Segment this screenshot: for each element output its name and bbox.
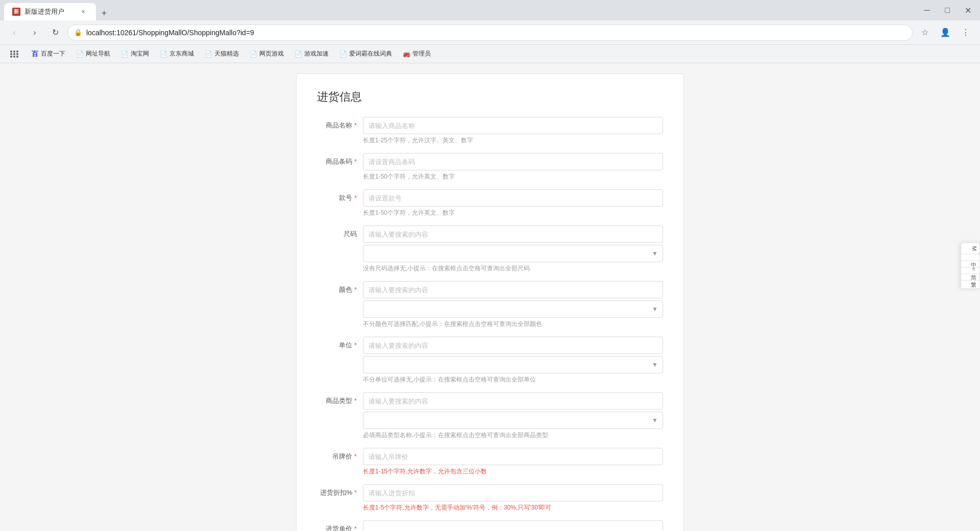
menu-button[interactable]: ⋮	[958, 24, 974, 41]
account-button[interactable]: 👤	[937, 24, 953, 41]
bookmark-baidu[interactable]: 百 百度一下	[27, 47, 69, 60]
tag-price-input[interactable]	[363, 448, 663, 465]
tab-strip: 新 新版进货用户 × +	[4, 0, 111, 20]
unit-row: 单位 * ▼ 不分单位可选择无,小提示：在搜索框点击空格可查询出全部单位	[317, 337, 663, 384]
url-display: localhost:10261/ShoppingMallO/ShoppingMa…	[86, 29, 906, 37]
purchase-price-label: 进货单价 *	[317, 520, 363, 531]
color-label: 颜色 *	[317, 281, 363, 294]
model-label: 款号 *	[317, 189, 363, 203]
page-inner: 进货信息 商品名称 * 长度1-25个字符，允许汉字、英文、数字 商品条码 *	[184, 63, 796, 531]
taobao-icon: 📄	[120, 50, 129, 58]
bookmark-youxi[interactable]: 📄 游戏加速	[290, 47, 333, 60]
color-select-wrapper: ▼	[363, 300, 663, 318]
tab-favicon: 新	[12, 8, 20, 16]
bookmark-admin[interactable]: 🚒 管理员	[398, 47, 435, 60]
tag-price-label: 吊牌价 *	[317, 448, 363, 461]
address-bar[interactable]: 🔒 localhost:10261/ShoppingMallO/Shopping…	[67, 24, 913, 41]
sidebar-btn-zhong[interactable]: 中	[961, 254, 979, 261]
barcode-input[interactable]	[363, 153, 663, 170]
unit-label: 单位 *	[317, 337, 363, 350]
bookmark-jingdong-label: 京东商城	[169, 49, 194, 58]
forward-button[interactable]: ›	[27, 24, 43, 41]
color-row: 颜色 * ▼ 不分颜色可选择匹配,小提示：在搜索框点击空格可查询出全部颜色	[317, 281, 663, 328]
baidu-icon: 百	[31, 50, 39, 58]
size-select[interactable]	[363, 245, 663, 262]
browser-toolbar: ‹ › ↻ 🔒 localhost:10261/ShoppingMallO/Sh…	[0, 20, 980, 45]
sidebar-btn-m[interactable]: M	[961, 243, 979, 254]
apps-icon	[10, 50, 18, 58]
product-type-hint: 必填商品类型名称,小提示：在搜索框点击空格可查询出全部商品类型	[363, 431, 663, 440]
product-name-hint: 长度1-25个字符，允许汉字、英文、数字	[363, 136, 663, 145]
barcode-row: 商品条码 * 长度1-50个字符，允许英文、数字	[317, 153, 663, 181]
color-search-input[interactable]	[363, 281, 663, 298]
tag-price-field-group: 长度1-15个字符,允许数字，允许包含三位小数	[363, 448, 663, 476]
product-type-select[interactable]	[363, 412, 663, 429]
size-field-group: ▼ 没有尺码选择无,小提示：在搜索框点击空格可查询出全部尺码	[363, 225, 663, 273]
form-container: 进货信息 商品名称 * 长度1-25个字符，允许汉字、英文、数字 商品条码 *	[296, 73, 684, 531]
maximize-button[interactable]: □	[939, 2, 955, 18]
product-name-input[interactable]	[363, 117, 663, 134]
bookmarks-bar: 百 百度一下 📄 网址导航 📄 淘宝网 📄 京东商城 📄 天猫精选 📄 网页游戏…	[0, 45, 980, 63]
tianmao-icon: 📄	[204, 50, 212, 58]
barcode-label: 商品条码 *	[317, 153, 363, 166]
bookmark-tianmao[interactable]: 📄 天猫精选	[200, 47, 243, 60]
tag-price-row: 吊牌价 * 长度1-15个字符,允许数字，允许包含三位小数	[317, 448, 663, 476]
discount-input[interactable]	[363, 484, 663, 501]
size-select-wrapper: ▼	[363, 245, 663, 262]
bookmark-baidu-label: 百度一下	[41, 49, 65, 58]
refresh-button[interactable]: ↻	[47, 24, 63, 41]
wangzhi-icon: 📄	[76, 50, 84, 58]
bookmark-tianmao-label: 天猫精选	[214, 49, 239, 58]
sidebar-btn-jian[interactable]: 简	[961, 267, 979, 274]
size-label: 尺码	[317, 225, 363, 239]
discount-hint: 长度1-5个字符,允许数字，无需手动加'%'符号，例：30%,只写'30'即可	[363, 503, 663, 512]
unit-field-group: ▼ 不分单位可选择无,小提示：在搜索框点击空格可查询出全部单位	[363, 337, 663, 384]
bookmark-admin-label: 管理员	[412, 49, 431, 58]
active-tab[interactable]: 新 新版进货用户 ×	[4, 3, 96, 20]
sidebar-btn-dot[interactable]: ·	[961, 281, 979, 288]
product-type-search-input[interactable]	[363, 392, 663, 410]
product-type-select-wrapper: ▼	[363, 412, 663, 429]
bookmark-aiciba-label: 爱词霸在线词典	[349, 49, 392, 58]
color-hint: 不分颜色可选择匹配,小提示：在搜索框点击空格可查询出全部颜色	[363, 320, 663, 328]
model-hint: 长度1-50个字符，允许英文、数字	[363, 209, 663, 217]
product-type-row: 商品类型 * ▼ 必填商品类型名称,小提示：在搜索框点击空格可查询出全部商品类型	[317, 392, 663, 440]
unit-select[interactable]	[363, 356, 663, 373]
bookmark-wangyou[interactable]: 📄 网页游戏	[245, 47, 288, 60]
model-row: 款号 * 长度1-50个字符，允许英文、数字	[317, 189, 663, 217]
sidebar-btn-fan[interactable]: 繁	[961, 274, 979, 281]
bookmark-star-button[interactable]: ☆	[917, 24, 933, 41]
bookmark-wangzhi[interactable]: 📄 网址导航	[71, 47, 114, 60]
product-name-row: 商品名称 * 长度1-25个字符，允许汉字、英文、数字	[317, 117, 663, 145]
discount-field-group: 长度1-5个字符,允许数字，无需手动加'%'符号，例：30%,只写'30'即可	[363, 484, 663, 512]
page-title: 进货信息	[317, 89, 663, 105]
minimize-button[interactable]: ─	[919, 2, 935, 18]
sidebar-btn-repeat[interactable]: 々	[961, 261, 979, 267]
bookmark-wangyou-label: 网页游戏	[259, 49, 284, 58]
bookmark-taobao[interactable]: 📄 淘宝网	[116, 47, 153, 60]
product-name-label: 商品名称 *	[317, 117, 363, 130]
bookmark-aiciba[interactable]: 📄 爱词霸在线词典	[335, 47, 396, 60]
purchase-price-input[interactable]	[363, 520, 663, 531]
unit-select-wrapper: ▼	[363, 356, 663, 373]
discount-label: 进货折扣% *	[317, 484, 363, 497]
unit-hint: 不分单位可选择无,小提示：在搜索框点击空格可查询出全部单位	[363, 375, 663, 384]
bookmark-apps[interactable]	[6, 48, 24, 60]
right-sidebar: M 中 々 简 繁 ·	[961, 242, 980, 289]
color-select[interactable]	[363, 300, 663, 318]
browser-window: 新 新版进货用户 × + ─ □ ✕ ‹ › ↻ 🔒 localhost:102…	[0, 0, 980, 531]
size-search-input[interactable]	[363, 225, 663, 243]
page-content: 进货信息 商品名称 * 长度1-25个字符，允许汉字、英文、数字 商品条码 *	[0, 63, 980, 531]
new-tab-button[interactable]: +	[97, 6, 111, 20]
purchase-price-row: 进货单价 *	[317, 520, 663, 531]
unit-search-input[interactable]	[363, 337, 663, 354]
product-name-field-group: 长度1-25个字符，允许汉字、英文、数字	[363, 117, 663, 145]
window-close-button[interactable]: ✕	[960, 2, 976, 18]
back-button[interactable]: ‹	[6, 24, 22, 41]
tab-close-button[interactable]: ×	[79, 7, 88, 16]
jingdong-icon: 📄	[159, 50, 167, 58]
model-input[interactable]	[363, 189, 663, 207]
youxi-icon: 📄	[294, 50, 302, 58]
bookmark-jingdong[interactable]: 📄 京东商城	[155, 47, 198, 60]
lock-icon: 🔒	[74, 29, 82, 36]
